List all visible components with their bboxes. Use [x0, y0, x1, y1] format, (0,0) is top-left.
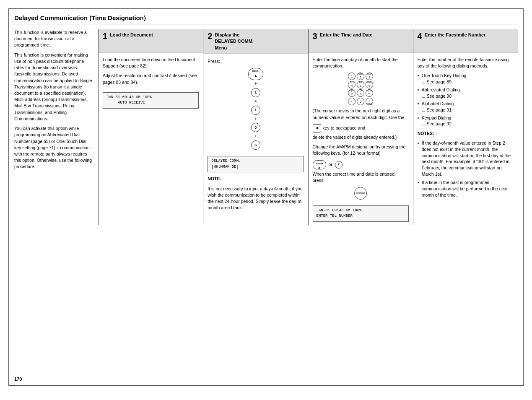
steps-area: 1 Load the Document Load the document fa… — [98, 29, 518, 225]
down-key: ▼ — [335, 161, 343, 169]
numpad-1: 1 — [348, 73, 356, 80]
step-3-para-5: When the correct time and date is entere… — [313, 171, 409, 184]
step-4-column: 4 Enter the Facsimile Number Enter the n… — [413, 29, 518, 225]
page-title: Delayed Communication (Time Designation) — [14, 14, 518, 24]
or-text: or — [329, 161, 332, 168]
step-2-body: Press: MENU ▲ + 1 + 1 + 0 + 6 — [208, 58, 304, 211]
step-1-title: Load the Document — [110, 32, 153, 38]
step-3-column: 3 Enter the Time and Date Enter the time… — [309, 29, 413, 225]
backspace-key: ◄ — [313, 124, 321, 132]
bullet-4: Keypad Dialing... See page 92 — [418, 115, 514, 127]
step-1-body: Load the document face down in the Docum… — [103, 57, 199, 112]
step-3-title: Enter the Time and Date — [320, 32, 373, 38]
step-3-para-4: Change the AM/PM designation by pressing… — [313, 144, 409, 156]
step-3-body: Enter the time and day-of-month to start… — [313, 57, 409, 225]
step-3-header: 3 Enter the Time and Date — [309, 29, 413, 52]
intro-column: This function is available to reserve a … — [14, 29, 98, 174]
step-2-column: 2 Display theDELAYED COMM.Menu Press: ME… — [203, 29, 308, 225]
step-4-body: Enter the number of the remote facsimile… — [418, 57, 514, 198]
step-2-note-text: It is not necessary to input a day-of-mo… — [208, 186, 304, 211]
step-3-numpad: 1 ABC2 DEF3 GHI4 — [344, 73, 377, 105]
step-4-notes: If the day-of-month value entered in Ste… — [418, 140, 514, 198]
step-3-lcd: JAN-31 09:43 AM 100%ENTER TEL NUMBER — [313, 205, 409, 222]
intro-para-2: This function is convenient for making u… — [14, 52, 94, 122]
step-3-para-2: (The cursor moves to the next right digi… — [313, 108, 409, 120]
bullet-3: Alphabet Dialing... See page 91 — [418, 101, 514, 113]
step-4-intro: Enter the number of the remote facsimile… — [418, 57, 514, 69]
menu-up-key: MENU ▲ — [248, 68, 263, 80]
note-1: If the day-of-month value entered in Ste… — [418, 140, 514, 177]
numpad-9: WXYZ9 — [366, 89, 373, 97]
numpad-3: DEF3 — [366, 73, 373, 80]
step-2-note-label: NOTE: — [208, 176, 304, 182]
step-2-lcd: DELAYED COMM.[HH:MMAM DD] — [208, 156, 304, 172]
key-0: 0 — [251, 123, 260, 132]
numpad-star: * — [348, 98, 356, 105]
step-2-keypad: MENU ▲ + 1 + 1 + 0 + 6 — [208, 68, 304, 150]
step-1-para-2: Adjust the resolution and contrast if de… — [103, 73, 199, 85]
key-1b: 1 — [251, 106, 260, 115]
menu-up-key-2: MENU ▲ — [313, 160, 326, 169]
step-1-number: 1 — [103, 32, 107, 40]
step-4-notes-label: NOTES: — [418, 130, 514, 137]
page-number: 170 — [14, 377, 22, 382]
step-2-header: 2 Display theDELAYED COMM.Menu — [203, 29, 308, 54]
step-4-header: 4 Enter the Facsimile Number — [413, 29, 518, 52]
note-2: If a time in the past is programmed, com… — [418, 179, 514, 198]
content-area: This function is available to reserve a … — [14, 29, 518, 225]
step-1-column: 1 Load the Document Load the document fa… — [99, 29, 203, 225]
numpad-hash: #TONE — [366, 98, 373, 105]
numpad-5: JKL5 — [357, 81, 364, 88]
intro-para-3: You can activate this option while progr… — [14, 125, 94, 170]
bullet-2: Abbreviated Dialing... See page 90 — [418, 87, 514, 99]
key-1a: 1 — [251, 88, 260, 97]
step-2-number: 2 — [208, 32, 212, 40]
step-4-number: 4 — [418, 32, 422, 40]
page-container: Delayed Communication (Time Designation)… — [8, 8, 524, 386]
numpad-row-4: * 0 #TONE — [344, 98, 377, 105]
key-6: 6 — [251, 140, 260, 150]
step-3-para-3: delete the values of digits already ente… — [313, 134, 409, 140]
step-1-lcd: JAN-31 09:43 AM 100% AUTO RECEIVE — [103, 92, 199, 109]
bullet-1: One Touch Key Dialing... See page 89 — [418, 73, 514, 85]
enter-key: ENTER — [354, 187, 367, 200]
numpad-6: MNO6 — [366, 81, 373, 88]
step-3-or-row: MENU ▲ or ▼ — [313, 160, 409, 169]
numpad-4: GHI4 — [348, 81, 356, 88]
numpad-7: PQRS7 — [348, 89, 356, 97]
numpad-row-2: GHI4 JKL5 MNO6 — [344, 81, 377, 88]
step-1-header: 1 Load the Document — [99, 29, 203, 52]
intro-para-1: This function is available to reserve a … — [14, 29, 94, 49]
step-3-number: 3 — [313, 32, 317, 40]
step-2-title: Display theDELAYED COMM.Menu — [215, 32, 254, 51]
numpad-8: TUV8 — [357, 89, 364, 97]
step-3-backspace-row: ◄ key to backspace and — [313, 124, 409, 132]
numpad-row-3: PQRS7 TUV8 WXYZ9 — [344, 89, 377, 97]
step-3-para-1: Enter the time and day-of-month to start… — [313, 57, 409, 69]
step-2-press-label: Press: — [208, 58, 304, 65]
numpad-row-1: 1 ABC2 DEF3 — [344, 73, 377, 80]
numpad-0: 0 — [357, 98, 364, 105]
step-4-title: Enter the Facsimile Number — [425, 32, 486, 38]
numpad-2: ABC2 — [357, 73, 364, 80]
step-4-bullets: One Touch Key Dialing... See page 89 Abb… — [418, 73, 514, 127]
step-1-para-1: Load the document face down in the Docum… — [103, 57, 199, 69]
